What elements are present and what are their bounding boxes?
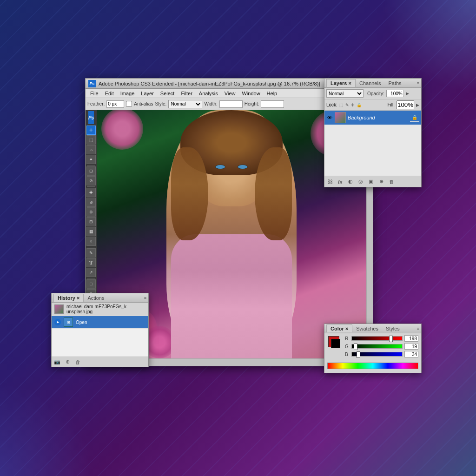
- feather-input[interactable]: [106, 100, 124, 108]
- quick-select-tool[interactable]: ✦: [86, 155, 96, 164]
- shape-tool[interactable]: □: [86, 279, 96, 289]
- mask-icon[interactable]: ◐: [347, 178, 354, 185]
- red-value-input[interactable]: [404, 335, 418, 342]
- ps-tools-logo: Ps: [88, 111, 94, 124]
- delete-state-icon[interactable]: 🗑: [74, 358, 81, 366]
- tab-styles[interactable]: Styles: [382, 325, 403, 332]
- color-sliders-area: R G B: [345, 335, 418, 359]
- style-label: Style:: [155, 101, 166, 106]
- background-swatch[interactable]: [331, 339, 340, 348]
- opacity-arrow[interactable]: ▶: [406, 91, 409, 96]
- green-value-input[interactable]: [404, 343, 418, 350]
- blue-slider-row: B: [345, 351, 418, 357]
- anti-alias-checkbox[interactable]: [126, 101, 132, 107]
- green-slider-thumb[interactable]: [354, 344, 357, 350]
- blend-mode-select[interactable]: Normal: [326, 89, 364, 98]
- color-panel-menu[interactable]: ≡: [417, 326, 419, 331]
- tab-actions[interactable]: Actions: [84, 294, 108, 302]
- layer-thumb-inner: [335, 112, 345, 123]
- menu-edit[interactable]: Edit: [102, 90, 117, 97]
- new-snapshot-icon[interactable]: 📷: [53, 358, 61, 366]
- blue-label: B: [345, 352, 350, 357]
- layers-panel: Layers × Channels Paths ≡ Normal Opacity…: [324, 78, 422, 187]
- menu-file[interactable]: File: [87, 90, 101, 97]
- history-panel: History × Actions ≡ michael-dam-mEZ3PoFG…: [51, 293, 149, 367]
- width-input[interactable]: [219, 100, 243, 108]
- lock-label: Lock:: [326, 102, 337, 107]
- menu-view[interactable]: View: [222, 90, 238, 97]
- text-tool[interactable]: T: [86, 258, 96, 267]
- layers-panel-close[interactable]: ≡: [417, 81, 419, 86]
- layers-empty-area: [324, 148, 421, 176]
- menu-select[interactable]: Select: [158, 90, 178, 97]
- sweater-area: [171, 234, 292, 358]
- menu-filter[interactable]: Filter: [178, 90, 195, 97]
- new-document-icon[interactable]: ⊕: [64, 358, 71, 366]
- layer-item-background[interactable]: 👁 Background 🔒: [324, 111, 421, 125]
- adjustment-icon[interactable]: ◎: [357, 178, 364, 185]
- tab-channels[interactable]: Channels: [356, 79, 384, 87]
- blue-slider-thumb[interactable]: [357, 351, 360, 358]
- tab-history[interactable]: History ×: [53, 294, 84, 302]
- color-panel-header: Color × Swatches Styles ≡: [324, 324, 421, 333]
- dodge-tool[interactable]: ○: [86, 237, 96, 246]
- tool-separator-3: [87, 247, 95, 247]
- height-input[interactable]: [261, 100, 284, 108]
- layers-panel-footer: ⛓ fx ◐ ◎ ▣ ⊕ 🗑: [324, 176, 421, 187]
- new-layer-icon[interactable]: ⊕: [377, 178, 385, 185]
- link-layers-icon[interactable]: ⛓: [326, 178, 334, 185]
- move-tool[interactable]: ✛: [86, 126, 96, 135]
- brush-tool[interactable]: ⌀: [86, 198, 96, 207]
- group-icon[interactable]: ▣: [367, 178, 375, 185]
- menu-layer[interactable]: Layer: [138, 90, 157, 97]
- layer-visibility-toggle[interactable]: 👁: [326, 114, 333, 121]
- menu-window[interactable]: Window: [239, 90, 263, 97]
- red-slider-track[interactable]: [351, 336, 403, 341]
- blue-slider-track[interactable]: [351, 352, 403, 357]
- lock-position-icon[interactable]: ✛: [351, 103, 355, 107]
- fx-icon[interactable]: fx: [337, 178, 344, 185]
- eyedropper-tool[interactable]: ⊘: [86, 176, 96, 185]
- fill-input[interactable]: [397, 100, 414, 109]
- menu-image[interactable]: Image: [118, 90, 138, 97]
- fill-label: Fill:: [387, 102, 395, 107]
- tab-layers[interactable]: Layers ×: [326, 79, 356, 87]
- history-panel-menu[interactable]: ≡: [144, 296, 146, 300]
- green-slider-track[interactable]: [351, 344, 403, 349]
- history-action-icon: ⊞: [64, 317, 73, 327]
- lock-image-icon[interactable]: ✎: [345, 103, 349, 107]
- lasso-tool[interactable]: ⌓: [86, 145, 96, 154]
- red-slider-fill: [352, 337, 402, 340]
- crop-tool[interactable]: ⊡: [86, 166, 96, 176]
- lock-all-icon[interactable]: 🔒: [357, 103, 362, 107]
- menu-analysis[interactable]: Analysis: [196, 90, 221, 97]
- fill-arrow[interactable]: ▶: [416, 103, 419, 107]
- eraser-tool[interactable]: ⊟: [86, 217, 96, 226]
- blue-value-input[interactable]: [404, 351, 418, 357]
- width-label: Width:: [204, 101, 217, 106]
- color-spectrum-bar[interactable]: [327, 363, 418, 369]
- red-slider-row: R: [345, 335, 418, 342]
- layer-blend-controls: Normal Opacity: ▶: [324, 88, 421, 99]
- tab-paths[interactable]: Paths: [384, 79, 405, 87]
- path-select-tool[interactable]: ↗: [86, 268, 96, 277]
- style-select[interactable]: Normal Fixed Ratio Fixed Size: [168, 100, 202, 108]
- delete-layer-icon[interactable]: 🗑: [388, 178, 395, 185]
- lock-transparency-icon[interactable]: ⬚: [339, 103, 344, 107]
- layers-panel-header: Layers × Channels Paths ≡: [324, 79, 421, 88]
- red-slider-thumb[interactable]: [389, 336, 393, 342]
- marquee-tool[interactable]: ⬚: [86, 135, 96, 145]
- opacity-input[interactable]: [386, 90, 404, 97]
- tab-color[interactable]: Color ×: [326, 324, 352, 332]
- height-label: Height:: [245, 101, 259, 106]
- menu-help[interactable]: Help: [264, 90, 280, 97]
- gradient-tool[interactable]: ▦: [86, 227, 96, 236]
- green-label: G: [345, 344, 350, 349]
- pen-tool[interactable]: ✎: [86, 248, 96, 258]
- history-item-snapshot[interactable]: michael-dam-mEZ3PoFGs_k-unsplash.jpg: [52, 303, 148, 316]
- tab-swatches[interactable]: Swatches: [352, 325, 382, 332]
- history-item-open[interactable]: ▶ ⊞ Open: [52, 316, 148, 329]
- healing-tool[interactable]: ✚: [86, 188, 96, 197]
- clone-tool[interactable]: ⊕: [86, 207, 96, 217]
- history-empty-area: [52, 329, 148, 357]
